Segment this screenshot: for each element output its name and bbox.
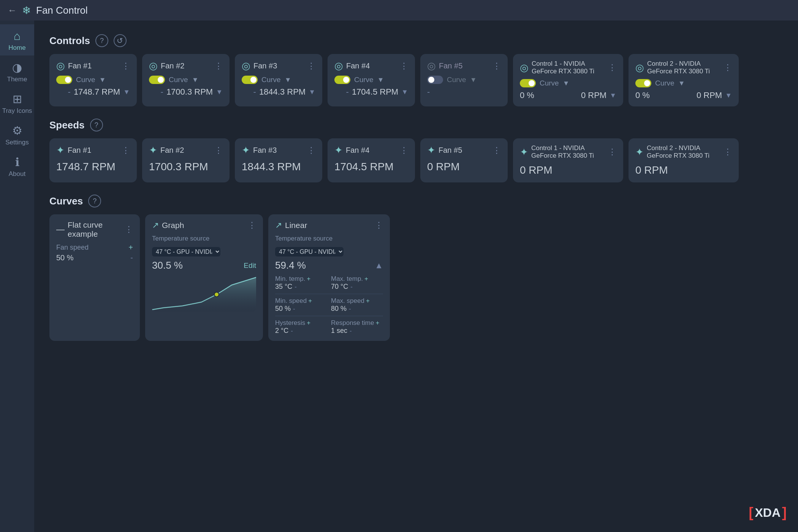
- max-speed-add-button[interactable]: +: [366, 297, 370, 305]
- ctrl2-toggle[interactable]: [635, 79, 651, 87]
- response-time-label: Response time: [331, 319, 374, 327]
- min-temp-value: 35 °C: [275, 283, 292, 291]
- fan1-icon: ◎: [56, 60, 65, 72]
- min-temp-minus-button[interactable]: -: [294, 283, 297, 291]
- max-temp-add-button[interactable]: +: [364, 275, 368, 283]
- ctrl1-percent: 0 %: [520, 90, 534, 100]
- hysteresis-label: Hysteresis: [275, 319, 305, 327]
- graph-chart-area: [152, 274, 256, 312]
- xda-logo: [ XDA ]: [749, 505, 787, 521]
- sidebar-item-tray[interactable]: ⊞ Tray Icons: [0, 87, 34, 119]
- speed5-more-button[interactable]: ⋮: [492, 146, 501, 155]
- max-temp-value: 70 °C: [331, 283, 348, 291]
- fan5-icon: ◎: [427, 60, 436, 72]
- speed1-fan-icon: ✦: [56, 144, 65, 156]
- speed-card-fan5: ✦ Fan #5 ⋮ 0 RPM: [420, 138, 508, 182]
- graph-curve-more-button[interactable]: ⋮: [248, 220, 256, 230]
- fan2-toggle[interactable]: [149, 76, 165, 84]
- fan2-curve-label: Curve: [169, 76, 188, 84]
- flat-speed-minus-button[interactable]: -: [130, 253, 133, 262]
- ctrl2-rpm: 0 RPM: [697, 90, 722, 100]
- curves-grid: — Flat curve example ⋮ Fan speed + 50 % …: [49, 214, 783, 341]
- response-time-value: 1 sec: [331, 327, 347, 335]
- speed-ctrl2-fan-icon: ✦: [635, 146, 644, 158]
- speed-card-ctrl2: ✦ Control 2 - NVIDIA GeForce RTX 3080 Ti…: [629, 138, 739, 182]
- response-time-add-button[interactable]: +: [375, 319, 379, 327]
- xda-label: XDA: [755, 506, 781, 520]
- ctrl1-more-button[interactable]: ⋮: [608, 63, 616, 73]
- fan4-toggle[interactable]: [334, 76, 350, 84]
- min-temp-add-button[interactable]: +: [307, 275, 310, 283]
- fan5-more-button[interactable]: ⋮: [492, 61, 501, 71]
- max-temp-minus-button[interactable]: -: [350, 283, 353, 291]
- min-speed-group: Min. speed + 50 % -: [275, 297, 327, 313]
- svg-point-0: [214, 292, 219, 297]
- param-divider2: [275, 316, 383, 316]
- sidebar-item-theme[interactable]: ◑ Theme: [0, 55, 34, 87]
- flat-curve-name: Flat curve example: [68, 220, 125, 239]
- control-card-fan2: ◎ Fan #2 ⋮ Curve ▼ - 1700.3 RPM ▼: [142, 54, 230, 106]
- max-temp-label: Max. temp.: [331, 275, 363, 283]
- control-card-fan1: ◎ Fan #1 ⋮ Curve ▼ - 1748.7 RPM ▼: [49, 54, 137, 106]
- fan2-rpm: 1700.3 RPM: [166, 87, 213, 97]
- flat-speed-add-button[interactable]: +: [128, 243, 133, 252]
- response-time-minus-button[interactable]: -: [350, 327, 352, 335]
- speed5-name: Fan #5: [439, 146, 462, 155]
- control-card-ctrl2: ◎ Control 2 - NVIDIA GeForce RTX 3080 Ti…: [629, 54, 739, 106]
- fan3-more-button[interactable]: ⋮: [307, 61, 315, 71]
- ctrl2-curve-label: Curve: [655, 79, 674, 87]
- fan5-toggle[interactable]: [427, 76, 443, 84]
- fan4-name: Fan #4: [346, 62, 370, 70]
- ctrl1-toggle[interactable]: [520, 79, 536, 87]
- speed2-more-button[interactable]: ⋮: [214, 146, 223, 155]
- min-temp-group: Min. temp. + 35 °C -: [275, 275, 327, 291]
- sidebar-item-about[interactable]: ℹ About: [0, 150, 34, 182]
- ctrl2-name: Control 2 - NVIDIA GeForce RTX 3080 Ti: [647, 60, 724, 75]
- speeds-help-button[interactable]: ?: [90, 119, 103, 131]
- fan3-toggle[interactable]: [242, 76, 258, 84]
- flat-curve-more-button[interactable]: ⋮: [125, 225, 133, 234]
- control-card-fan5: ◎ Fan #5 ⋮ Curve ▼ -: [420, 54, 508, 106]
- ctrl2-more-button[interactable]: ⋮: [724, 63, 732, 73]
- hysteresis-minus-button[interactable]: -: [291, 327, 293, 335]
- fan1-rpm: 1748.7 RPM: [74, 87, 120, 97]
- speed-card-fan2: ✦ Fan #2 ⋮ 1700.3 RPM: [142, 138, 230, 182]
- speed-ctrl1-more-button[interactable]: ⋮: [608, 147, 616, 157]
- controls-help-button[interactable]: ?: [95, 34, 108, 47]
- linear-collapse-button[interactable]: ▲: [375, 261, 383, 271]
- back-button[interactable]: ←: [8, 5, 17, 16]
- linear-percent-value: 59.4 %: [275, 260, 306, 271]
- speed-card-fan3: ✦ Fan #3 ⋮ 1844.3 RPM: [235, 138, 322, 182]
- speed4-rpm: 1704.5 RPM: [334, 161, 394, 173]
- flat-curve-line-icon: —: [56, 225, 65, 234]
- sidebar-item-home[interactable]: ⌂ Home: [0, 24, 34, 55]
- linear-temp-source-select[interactable]: 47 °C - GPU - NVIDIA GeForce RT...: [275, 247, 344, 256]
- fan4-more-button[interactable]: ⋮: [400, 61, 408, 71]
- hysteresis-add-button[interactable]: +: [307, 319, 310, 327]
- speed1-more-button[interactable]: ⋮: [122, 146, 130, 155]
- speed4-more-button[interactable]: ⋮: [400, 146, 408, 155]
- ctrl2-percent: 0 %: [635, 90, 650, 100]
- sidebar: ⌂ Home ◑ Theme ⊞ Tray Icons ⚙ Settings ℹ…: [0, 21, 34, 532]
- ctrl1-name: Control 1 - NVIDIA GeForce RTX 3080 Ti: [532, 60, 608, 75]
- min-speed-minus-button[interactable]: -: [293, 305, 295, 313]
- max-speed-minus-button[interactable]: -: [349, 305, 351, 313]
- speed-ctrl2-more-button[interactable]: ⋮: [724, 147, 732, 157]
- graph-percent-value: 30.5 %: [152, 260, 183, 271]
- controls-refresh-button[interactable]: ↺: [114, 34, 127, 47]
- speed-ctrl2-rpm: 0 RPM: [635, 164, 668, 176]
- sidebar-item-settings[interactable]: ⚙ Settings: [0, 119, 34, 150]
- app-title: Fan Control: [36, 5, 88, 16]
- fan1-toggle[interactable]: [56, 76, 72, 84]
- speed3-more-button[interactable]: ⋮: [307, 146, 315, 155]
- graph-edit-button[interactable]: Edit: [244, 261, 256, 270]
- graph-temp-source-select[interactable]: 47 °C - GPU - NVIDIA GeForce RT...: [152, 247, 220, 256]
- min-speed-add-button[interactable]: +: [308, 297, 312, 305]
- curves-help-button[interactable]: ?: [88, 195, 101, 207]
- linear-curve-more-button[interactable]: ⋮: [375, 220, 383, 230]
- fan1-more-button[interactable]: ⋮: [122, 61, 130, 71]
- speed2-name: Fan #2: [160, 146, 184, 155]
- xda-bracket-left: [: [749, 505, 753, 521]
- fan3-icon: ◎: [242, 60, 250, 72]
- fan2-more-button[interactable]: ⋮: [214, 61, 223, 71]
